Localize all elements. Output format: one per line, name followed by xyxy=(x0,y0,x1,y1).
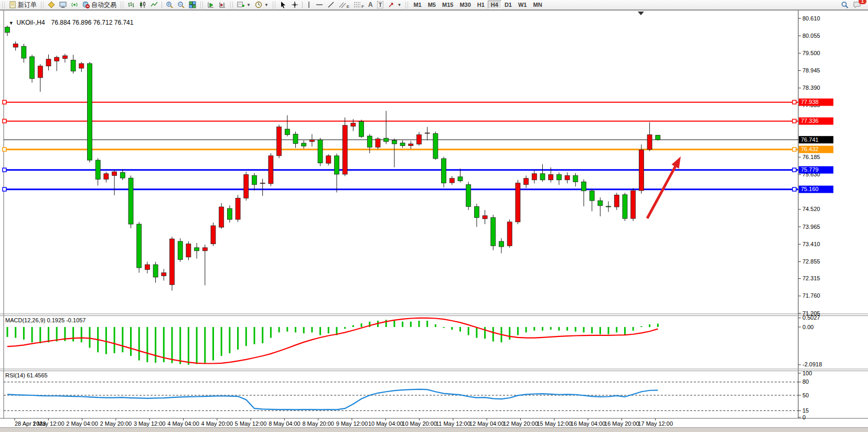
candle-body[interactable] xyxy=(582,182,586,191)
candle-body[interactable] xyxy=(409,144,413,146)
candle-body[interactable] xyxy=(293,134,298,143)
candle-body[interactable] xyxy=(178,241,183,260)
candle-body[interactable] xyxy=(466,185,471,207)
candle-body[interactable] xyxy=(227,208,232,219)
candle-body[interactable] xyxy=(516,183,520,222)
candle-body[interactable] xyxy=(120,172,125,178)
candle-body[interactable] xyxy=(88,64,92,160)
chart-shift-button[interactable] xyxy=(217,1,228,9)
candle-body[interactable] xyxy=(202,248,207,251)
data-window-button[interactable] xyxy=(58,1,68,9)
candle-body[interactable] xyxy=(442,159,446,183)
candle-body[interactable] xyxy=(269,156,273,184)
line-chart-button[interactable] xyxy=(149,1,159,9)
tab-timeframe-mn[interactable]: MN xyxy=(530,1,545,9)
symbols-button[interactable] xyxy=(46,1,57,9)
candle-body[interactable] xyxy=(449,178,454,183)
level-handle-left[interactable] xyxy=(3,168,6,172)
candle-body[interactable] xyxy=(598,201,603,206)
candle-body[interactable] xyxy=(483,216,487,219)
candle-body[interactable] xyxy=(474,207,479,218)
channel-button[interactable]: E xyxy=(337,1,351,9)
candle-body[interactable] xyxy=(549,175,553,180)
trend-arrow-annotation[interactable] xyxy=(647,165,676,218)
candle-body[interactable] xyxy=(326,156,331,163)
candle-body[interactable] xyxy=(359,122,364,137)
candle-body[interactable] xyxy=(614,195,619,207)
candle-body[interactable] xyxy=(104,174,109,180)
indicators-button[interactable]: ▼ xyxy=(235,1,252,9)
level-handle-right[interactable] xyxy=(792,100,796,104)
level-handle-right[interactable] xyxy=(792,168,796,172)
candle-body[interactable] xyxy=(656,135,660,140)
level-handle-left[interactable] xyxy=(3,147,6,151)
candle-body[interactable] xyxy=(46,59,51,66)
tab-timeframe-w1[interactable]: W1 xyxy=(515,1,530,9)
candle-body[interactable] xyxy=(433,133,438,159)
candle-body[interactable] xyxy=(606,206,611,207)
candle-body[interactable] xyxy=(590,191,594,201)
tab-timeframe-m15[interactable]: M15 xyxy=(439,1,456,9)
zoom-out-button[interactable] xyxy=(176,1,186,9)
crosshair-button[interactable] xyxy=(290,1,300,9)
candle-body[interactable] xyxy=(252,175,257,184)
cursor-button[interactable] xyxy=(278,1,288,9)
search-button[interactable] xyxy=(839,1,850,9)
collapse-caret-icon[interactable]: ▼ xyxy=(9,20,14,26)
candle-body[interactable] xyxy=(647,135,652,150)
candle-body[interactable] xyxy=(400,143,405,145)
candle-body[interactable] xyxy=(13,44,18,47)
arrows-tool-button[interactable]: ▼ xyxy=(386,1,403,9)
broadcast-button[interactable] xyxy=(69,1,80,9)
candle-body[interactable] xyxy=(162,273,166,276)
candle-body[interactable] xyxy=(376,139,380,147)
candle-body[interactable] xyxy=(556,175,561,180)
candle-body[interactable] xyxy=(30,57,35,79)
candle-body[interactable] xyxy=(145,265,149,270)
level-handle-right[interactable] xyxy=(792,147,796,151)
vertical-line-button[interactable] xyxy=(305,1,313,9)
candle-body[interactable] xyxy=(499,241,504,247)
zoom-in-button[interactable] xyxy=(164,1,175,9)
candle-body[interactable] xyxy=(195,248,199,251)
tab-timeframe-m1[interactable]: M1 xyxy=(410,1,424,9)
chat-button[interactable]: 1 xyxy=(851,1,863,9)
candle-body[interactable] xyxy=(417,135,422,144)
candle-body[interactable] xyxy=(235,198,240,219)
text-tool-button[interactable]: A xyxy=(367,1,374,9)
candle-body[interactable] xyxy=(38,66,42,78)
new-order-button[interactable]: 新订单 xyxy=(7,1,38,9)
period-menu-button[interactable]: ▼ xyxy=(253,1,270,9)
bar-chart-button[interactable] xyxy=(126,1,136,9)
candle-body[interactable] xyxy=(384,138,389,142)
level-handle-right[interactable] xyxy=(792,187,796,191)
candle-body[interactable] xyxy=(128,178,133,224)
candle-body[interactable] xyxy=(277,127,282,156)
level-handle-left[interactable] xyxy=(3,100,6,104)
candle-body[interactable] xyxy=(458,177,463,181)
candle-body[interactable] xyxy=(219,207,224,227)
tab-timeframe-m30[interactable]: M30 xyxy=(456,1,474,9)
candle-body[interactable] xyxy=(392,140,397,144)
tab-timeframe-d1[interactable]: D1 xyxy=(501,1,515,9)
candle-body[interactable] xyxy=(342,125,347,174)
candle-body[interactable] xyxy=(491,217,496,246)
tab-timeframe-h4[interactable]: H4 xyxy=(488,1,501,9)
candle-body[interactable] xyxy=(532,174,537,180)
level-handle-left[interactable] xyxy=(3,187,6,191)
candle-body[interactable] xyxy=(211,226,216,244)
autotrading-button[interactable]: 自动交易 xyxy=(81,1,118,9)
candle-body[interactable] xyxy=(95,160,100,179)
candlestick-chart-button[interactable] xyxy=(137,1,148,9)
tab-timeframe-m5[interactable]: M5 xyxy=(425,1,439,9)
candle-body[interactable] xyxy=(244,175,249,198)
candle-body[interactable] xyxy=(62,56,67,58)
candle-body[interactable] xyxy=(137,224,142,268)
level-handle-left[interactable] xyxy=(3,119,6,123)
candle-body[interactable] xyxy=(112,172,117,175)
candle-body[interactable] xyxy=(309,140,314,142)
candle-body[interactable] xyxy=(153,265,158,277)
fibonacci-button[interactable]: F xyxy=(352,1,366,9)
candle-body[interactable] xyxy=(22,46,26,58)
horizontal-line-button[interactable] xyxy=(314,1,325,9)
